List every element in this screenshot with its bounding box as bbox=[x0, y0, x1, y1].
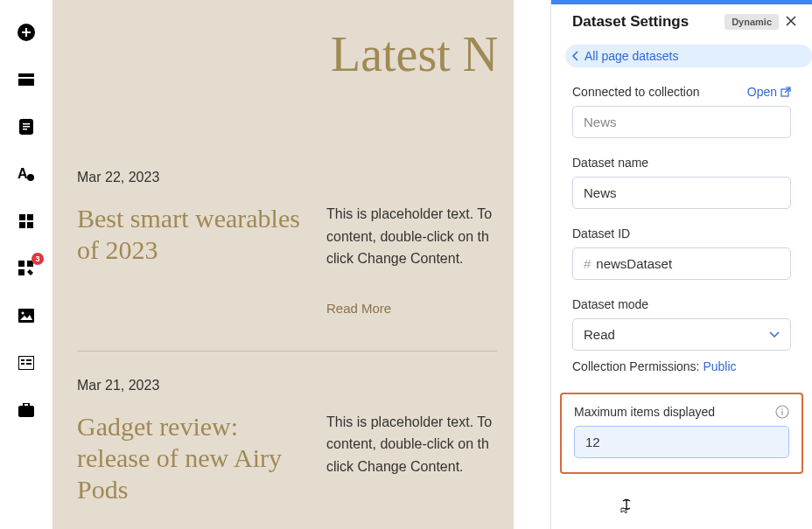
text-theme-icon[interactable]: A bbox=[16, 164, 37, 184]
svg-point-29 bbox=[781, 408, 783, 410]
svg-rect-17 bbox=[18, 269, 24, 275]
hash-icon: # bbox=[584, 256, 591, 271]
apps-icon[interactable]: 3 bbox=[16, 258, 37, 279]
info-icon[interactable] bbox=[775, 405, 789, 419]
image-icon[interactable] bbox=[16, 305, 37, 326]
article-item: Mar 21, 2023 Gadget review: release of n… bbox=[77, 352, 550, 505]
dataset-mode-select[interactable]: Read bbox=[572, 318, 791, 351]
grid-icon[interactable] bbox=[16, 211, 37, 232]
svg-rect-2 bbox=[22, 31, 31, 33]
dataset-name-input[interactable] bbox=[572, 177, 791, 209]
briefcase-icon[interactable] bbox=[16, 400, 37, 421]
permissions-row: Collection Permissions: Public bbox=[572, 359, 791, 373]
dynamic-badge: Dynamic bbox=[724, 14, 779, 30]
svg-rect-21 bbox=[21, 359, 24, 361]
page-icon[interactable] bbox=[16, 116, 37, 137]
chevron-down-icon bbox=[769, 331, 780, 338]
max-items-input[interactable] bbox=[574, 426, 789, 458]
data-icon[interactable] bbox=[16, 352, 37, 373]
svg-rect-24 bbox=[26, 363, 32, 365]
layers-icon[interactable] bbox=[16, 69, 37, 90]
svg-rect-18 bbox=[18, 309, 34, 323]
connected-input[interactable] bbox=[572, 106, 791, 138]
svg-rect-13 bbox=[19, 222, 25, 228]
dataset-mode-label: Dataset mode bbox=[572, 297, 791, 311]
panel-title: Dataset Settings bbox=[572, 13, 689, 31]
svg-rect-4 bbox=[18, 79, 34, 86]
left-sidebar: A 3 bbox=[0, 0, 52, 529]
page-title: Latest N bbox=[331, 26, 550, 82]
svg-rect-12 bbox=[27, 214, 33, 220]
article-date: Mar 21, 2023 bbox=[77, 378, 550, 393]
article-text: This is placeholder text. To content, do… bbox=[326, 203, 528, 270]
svg-rect-22 bbox=[26, 359, 32, 361]
dataset-id-label: Dataset ID bbox=[572, 226, 791, 240]
svg-rect-8 bbox=[23, 129, 27, 130]
close-icon[interactable] bbox=[786, 14, 796, 30]
add-icon[interactable] bbox=[16, 22, 37, 43]
read-more-link[interactable]: Read More bbox=[326, 301, 550, 316]
badge: 3 bbox=[32, 253, 44, 265]
open-link[interactable]: Open bbox=[747, 85, 791, 99]
article-text: This is placeholder text. To content, do… bbox=[326, 411, 528, 478]
dataset-name-label: Dataset name bbox=[572, 156, 791, 170]
back-link[interactable]: All page datasets bbox=[565, 45, 812, 67]
svg-rect-30 bbox=[781, 411, 782, 415]
svg-rect-11 bbox=[19, 214, 25, 220]
svg-rect-23 bbox=[21, 363, 24, 365]
connected-label: Connected to collection bbox=[572, 85, 700, 99]
article-title: Best smart wearables of 2023 bbox=[77, 203, 304, 266]
max-items-label: Maximum items displayed bbox=[574, 405, 715, 419]
dataset-id-input[interactable]: # newsDataset bbox=[572, 247, 791, 280]
article-item: Mar 22, 2023 Best smart wearables of 202… bbox=[77, 143, 550, 352]
article-title: Gadget review: release of new Airy Pods bbox=[77, 411, 304, 505]
svg-point-10 bbox=[27, 174, 34, 181]
settings-panel: Dataset Settings Dynamic All page datase… bbox=[550, 0, 812, 529]
svg-rect-7 bbox=[23, 126, 30, 128]
svg-rect-15 bbox=[18, 261, 24, 267]
svg-point-19 bbox=[22, 312, 24, 315]
article-date: Mar 22, 2023 bbox=[77, 170, 550, 185]
svg-rect-6 bbox=[23, 123, 30, 125]
chevron-left-icon bbox=[572, 51, 579, 61]
max-items-group: Maximum items displayed bbox=[560, 393, 803, 474]
svg-rect-14 bbox=[27, 222, 33, 228]
cursor-icon bbox=[620, 498, 634, 517]
external-link-icon bbox=[780, 87, 791, 97]
svg-text:A: A bbox=[18, 166, 28, 181]
svg-rect-3 bbox=[18, 73, 34, 77]
canvas-area: Latest N Mar 22, 2023 Best smart wearabl… bbox=[52, 0, 550, 529]
permissions-link[interactable]: Public bbox=[703, 359, 736, 373]
svg-rect-26 bbox=[18, 406, 34, 417]
